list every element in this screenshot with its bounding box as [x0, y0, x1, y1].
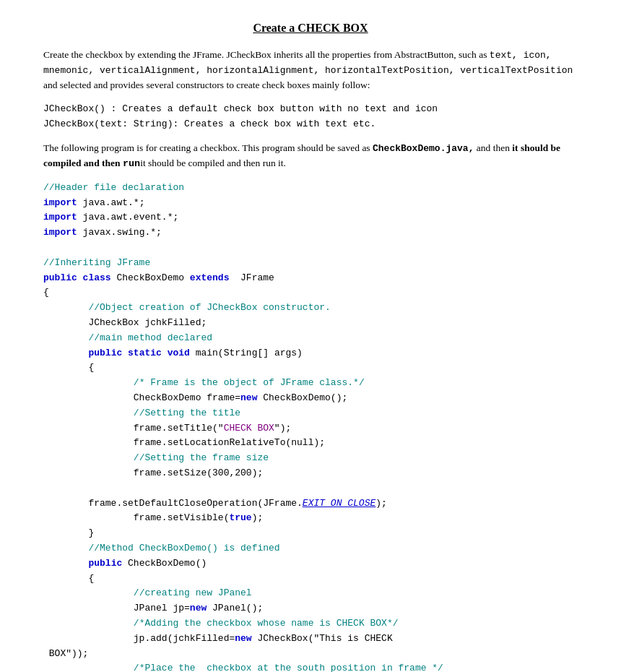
code-line: JPanel jp=new JPanel();: [43, 601, 578, 616]
code-block: //Header file declaration import java.aw…: [43, 181, 578, 672]
code-line: //Setting the title: [43, 406, 578, 421]
code-line: //main method declared: [43, 331, 578, 346]
code-line: //Method CheckBoxDemo() is defined: [43, 541, 578, 556]
code-line: frame.setVisible(true);: [43, 511, 578, 526]
code-line: frame.setTitle("CHECK BOX");: [43, 421, 578, 436]
code-line: import java.awt.event.*;: [43, 210, 578, 225]
code-line: }: [43, 526, 578, 541]
code-line: [43, 481, 578, 496]
code-line: {: [43, 285, 578, 301]
code-line: [43, 241, 578, 256]
code-line: frame.setDefaultCloseOperation(JFrame.EX…: [43, 496, 578, 512]
code-line: /*Adding the checkbox whose name is CHEC…: [43, 616, 578, 632]
code-line: /*Place the checkbox at the south positi…: [43, 661, 578, 672]
code-line: public static void main(String[] args): [43, 346, 578, 361]
code-line: BOX"));: [43, 647, 578, 662]
code-line: //Inheriting JFrame: [43, 256, 578, 271]
code-line: JCheckBox jchkFilled;: [43, 316, 578, 331]
code-line: {: [43, 361, 578, 376]
code-line: frame.setLocationRelativeTo(null);: [43, 436, 578, 451]
constructors-list: JCheckBox() : Creates a default check bo…: [43, 102, 578, 132]
code-line: //Object creation of JCheckBox construct…: [43, 301, 578, 316]
code-line: import javax.swing.*;: [43, 225, 578, 241]
page-title: Create a CHECK BOX: [43, 22, 578, 35]
code-line: //creating new JPanel: [43, 586, 578, 601]
code-line: //Header file declaration: [43, 181, 578, 196]
code-line: import java.awt.*;: [43, 196, 578, 211]
code-line: jp.add(jchkFilled=new JCheckBox("This is…: [43, 632, 578, 647]
code-line: frame.setSize(300,200);: [43, 466, 578, 481]
code-line: //Setting the frame size: [43, 451, 578, 466]
code-line: /* Frame is the object of JFrame class.*…: [43, 376, 578, 391]
code-line: public class CheckBoxDemo extends JFrame: [43, 271, 578, 286]
program-intro: The following program is for creating a …: [43, 141, 578, 172]
code-line: public CheckBoxDemo(): [43, 556, 578, 572]
intro-paragraph-1: Create the checkbox by extending the JFr…: [43, 48, 578, 93]
code-line: CheckBoxDemo frame=new CheckBoxDemo();: [43, 391, 578, 406]
code-line: {: [43, 572, 578, 587]
